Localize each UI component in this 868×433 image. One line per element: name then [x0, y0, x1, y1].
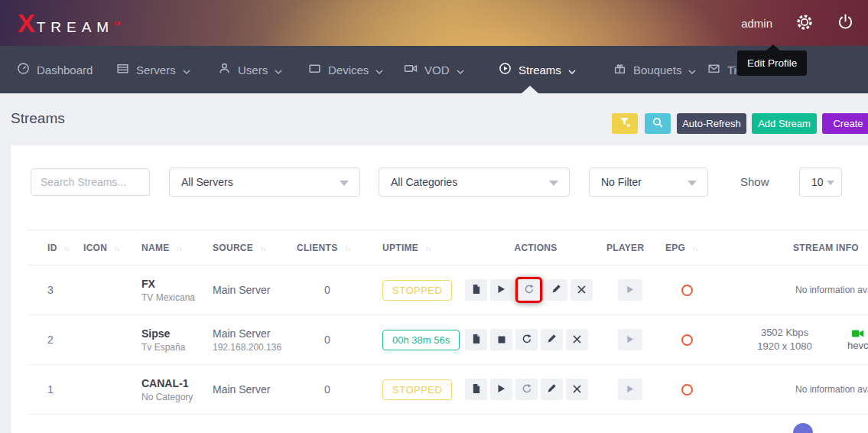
table-row: 3 FX TV Mexicana Main Server 0 STOPPED [28, 265, 868, 315]
restart-stream-button[interactable] [515, 379, 538, 400]
restart-stream-button[interactable] [518, 279, 540, 301]
cell-uptime: STOPPED [382, 265, 465, 315]
cell-source: Main Server [213, 365, 297, 415]
cell-player [606, 365, 665, 415]
epg-status-circle[interactable] [681, 384, 693, 396]
nav-item-servers[interactable]: Servers [116, 46, 190, 93]
servers-icon [116, 62, 129, 77]
username[interactable]: admin [741, 17, 772, 30]
video-codec-label: hevc [847, 340, 868, 351]
stream-name: Sipse [141, 327, 213, 340]
dashboard-icon [17, 62, 30, 77]
nav-item-users[interactable]: Users [218, 46, 282, 93]
cell-name: FX TV Mexicana [141, 265, 213, 315]
envelope-icon [707, 62, 720, 77]
nav-item-vod[interactable]: VOD [404, 46, 464, 93]
play-icon [497, 384, 506, 396]
play-stream-button[interactable] [618, 379, 642, 400]
cell-epg [665, 315, 742, 365]
search-streams-input[interactable] [31, 168, 150, 196]
xtream-logo: X TREAM UI [18, 10, 120, 36]
create-button[interactable]: Create [822, 113, 868, 134]
nav-label: VOD [424, 63, 450, 77]
header-actions: ACTIONS [465, 230, 606, 265]
active-nav-pointer [522, 86, 538, 93]
header-uptime[interactable]: UPTIME↑↓ [382, 230, 465, 265]
pencil-icon [547, 383, 557, 396]
nav-label: Servers [136, 63, 176, 77]
nav-item-dashboard[interactable]: Dashboard [17, 46, 93, 93]
delete-stream-button[interactable] [566, 329, 588, 350]
chevron-down-icon [457, 63, 464, 77]
tooltip-caret [766, 44, 780, 50]
category-select[interactable]: All Categories [379, 168, 570, 197]
header-source[interactable]: SOURCE↑↓ [213, 230, 297, 265]
cell-uptime: STOPPED [382, 365, 465, 415]
close-icon [573, 384, 581, 396]
cell-clients: 0 [297, 315, 382, 365]
stream-name: CANAL-1 [141, 377, 213, 389]
cell-stream-info: No information avail [742, 265, 868, 315]
header-id[interactable]: ID↑↓ [28, 230, 83, 265]
restart-stream-button[interactable] [515, 329, 538, 350]
filter-select[interactable]: No Filter [589, 168, 708, 197]
header-stream-info: STREAM INFO [742, 230, 868, 265]
stream-category: TV Mexicana [141, 292, 213, 303]
nav-item-devices[interactable]: Devices [308, 46, 383, 93]
chevron-down-icon [568, 63, 576, 77]
sort-icon: ↑↓ [64, 245, 70, 252]
edit-stream-button[interactable] [541, 379, 563, 400]
server-select[interactable]: All Servers [169, 168, 360, 197]
stream-category: No Category [141, 392, 213, 402]
epg-status-circle[interactable] [681, 285, 693, 296]
logout-button[interactable] [837, 13, 854, 33]
table-row: 1 CANAL-1 No Category Main Server 0 STOP… [28, 365, 868, 415]
delete-stream-button[interactable] [571, 279, 593, 301]
clear-filter-button[interactable] [612, 113, 638, 134]
edit-stream-button[interactable] [545, 279, 567, 301]
header-clients[interactable]: CLIENTS↑↓ [297, 230, 382, 265]
start-stream-button[interactable] [490, 379, 512, 400]
stop-stream-button[interactable] [490, 329, 512, 350]
cell-player [606, 315, 665, 365]
topbar-right: admin [741, 13, 854, 34]
refresh-icon [522, 383, 532, 396]
edit-stream-button[interactable] [541, 329, 563, 350]
page-toolbar: Auto-Refresh Add Stream Create [612, 113, 868, 134]
play-stream-button[interactable] [618, 329, 642, 350]
play-icon [626, 334, 634, 346]
search-button[interactable] [645, 113, 671, 134]
source-server: Main Server [213, 383, 297, 396]
chevron-down-icon [688, 63, 696, 77]
stream-category: Tv España [141, 342, 213, 353]
cell-id: 1 [28, 365, 83, 415]
page-size-select[interactable]: 10 [799, 168, 842, 197]
settings-button[interactable] [795, 13, 814, 34]
delete-stream-button[interactable] [566, 379, 588, 400]
copy-stream-button[interactable] [465, 329, 487, 350]
epg-status-circle[interactable] [681, 334, 693, 346]
logo-text: TREAM [37, 19, 115, 36]
copy-stream-button[interactable] [465, 379, 487, 400]
play-stream-button[interactable] [618, 279, 642, 301]
add-stream-button[interactable]: Add Stream [752, 113, 817, 134]
header-epg[interactable]: EPG↑↓ [665, 230, 742, 265]
chevron-down-icon [275, 63, 282, 77]
nav-item-bouquets[interactable]: Bouquets [613, 46, 696, 93]
chevron-down-icon [375, 63, 383, 77]
page-size-value: 10 [811, 176, 824, 188]
table-row: 2 Sipse Tv España Main Server 192.168.20… [28, 315, 868, 365]
start-stream-button[interactable] [490, 279, 512, 301]
show-label: Show [740, 175, 769, 188]
gear-icon [795, 13, 814, 34]
stream-info-text: No information avail [742, 384, 868, 395]
auto-refresh-button[interactable]: Auto-Refresh [677, 113, 746, 134]
header-icon[interactable]: ICON↑↓ [83, 230, 141, 265]
topbar: X TREAM UI admin [0, 0, 868, 46]
copy-icon [471, 284, 481, 297]
header-name[interactable]: NAME↑↓ [141, 230, 213, 265]
copy-stream-button[interactable] [465, 279, 487, 301]
power-icon [837, 13, 854, 33]
select-caret-icon [688, 181, 697, 186]
nav-label: Bouquets [633, 63, 681, 77]
